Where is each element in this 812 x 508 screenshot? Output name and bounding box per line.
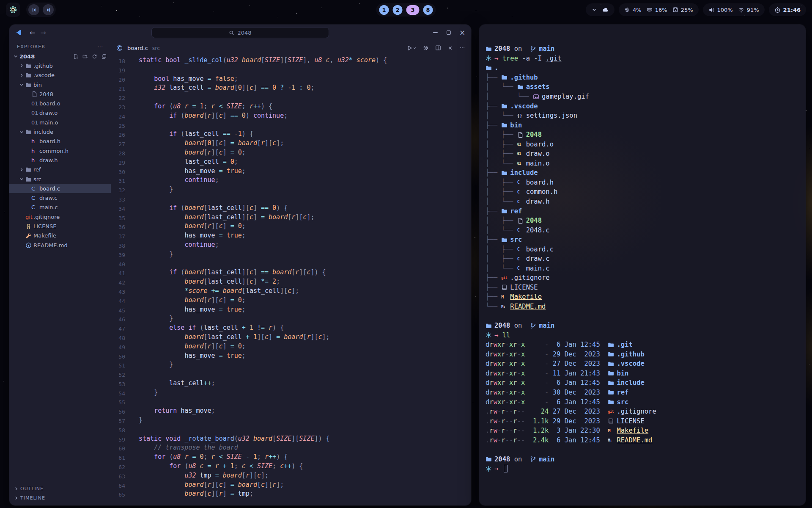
- line-number: 53: [111, 379, 125, 388]
- explorer-item-board.h[interactable]: hboard.h: [9, 137, 111, 146]
- line-number: 25: [111, 121, 125, 130]
- media-prev-button[interactable]: [28, 4, 39, 15]
- line-number: 51: [111, 360, 125, 370]
- tree-entry-.github: ├── .github: [486, 73, 799, 83]
- tree-entry-ref: ├── ref: [486, 206, 799, 216]
- code-line: 48 board[last_cell + 1][c] = board[r][c]…: [111, 333, 471, 342]
- tree-entry-common.h: │ ├── Ccommon.h: [486, 187, 799, 197]
- gear-icon: [624, 7, 630, 13]
- line-number: 18: [111, 56, 125, 65]
- terminal-prompt: 2048 on main: [486, 321, 799, 331]
- line-number: 42: [111, 277, 125, 287]
- timeline-section[interactable]: TIMELINE: [9, 494, 111, 503]
- code-line: 44 board[r][c] = 0;: [111, 296, 471, 305]
- code-line: 33: [111, 194, 471, 204]
- line-number: 50: [111, 351, 125, 361]
- collapse-all-icon[interactable]: [101, 54, 107, 59]
- line-number: 44: [111, 296, 125, 305]
- code-line: 24 if (board[r][c] == 0) continue;: [111, 111, 471, 121]
- explorer-root-folder[interactable]: 2048: [9, 52, 111, 61]
- code-line: 25: [111, 121, 471, 130]
- bin-icon: 01: [517, 161, 526, 166]
- line-number: 24: [111, 111, 125, 121]
- nav-forward-arrow[interactable]: →: [38, 29, 48, 37]
- ll-entry-LICENSE: .rw-r--r-- 1.1k 29 Dec 2023 LICENSE: [486, 416, 799, 426]
- folder-icon: [486, 456, 494, 462]
- maximize-button[interactable]: [446, 30, 452, 36]
- line-number: 41: [111, 268, 125, 277]
- folder-icon: [25, 82, 33, 88]
- code-editor[interactable]: 18static bool _slide_col(u32 board[SIZE]…: [111, 55, 471, 505]
- workspace-button-1[interactable]: 1: [379, 5, 389, 15]
- workspace-button-3[interactable]: 3: [406, 5, 420, 15]
- explorer-item-board.c[interactable]: Cboard.c: [9, 184, 111, 193]
- explorer-item-draw.o[interactable]: 01draw.o: [9, 108, 111, 118]
- line-number: 31: [111, 176, 125, 185]
- explorer-item-LICENSE[interactable]: LICENSE: [9, 221, 111, 231]
- explorer-item-common.h[interactable]: hcommon.h: [9, 146, 111, 155]
- media-next-button[interactable]: [43, 4, 54, 15]
- line-number: 56: [111, 406, 125, 416]
- chevron-down-icon: [13, 53, 19, 59]
- tree-entry-src: ├── src: [486, 235, 799, 245]
- explorer-item-.github[interactable]: .github: [9, 61, 111, 70]
- explorer-item-src[interactable]: src: [9, 174, 111, 184]
- new-folder-icon[interactable]: [82, 54, 88, 59]
- code-line: 20 bool has_move = false;: [111, 75, 471, 84]
- nix-snowflake-icon: [486, 55, 494, 61]
- terminal-window[interactable]: 2048 on main→ tree -a -I .git.├── .githu…: [479, 25, 806, 505]
- explorer-item-draw.c[interactable]: Cdraw.c: [9, 193, 111, 202]
- explorer-item-.gitignore[interactable]: git.gitignore: [9, 212, 111, 221]
- branch-icon: [530, 456, 539, 462]
- explorer-item-draw.h[interactable]: hdraw.h: [9, 155, 111, 165]
- explorer-item-main.o[interactable]: 01main.o: [9, 118, 111, 127]
- nav-back-arrow[interactable]: ←: [27, 29, 38, 37]
- code-line: 32 }: [111, 185, 471, 194]
- explorer-item-bin[interactable]: bin: [9, 80, 111, 89]
- command-center-search[interactable]: 2048: [151, 27, 329, 38]
- close-tab-icon[interactable]: [447, 45, 453, 51]
- line-number: 38: [111, 240, 125, 250]
- refresh-icon[interactable]: [92, 54, 97, 59]
- h-icon: h: [31, 138, 39, 144]
- explorer-item-include[interactable]: include: [9, 127, 111, 136]
- explorer-item-ref[interactable]: ref: [9, 165, 111, 174]
- workspace-button-8[interactable]: 8: [423, 5, 433, 15]
- workspace-button-2[interactable]: 2: [393, 5, 403, 15]
- tree-entry-assets: │ └── assets: [486, 82, 799, 92]
- code-line: 39 }: [111, 250, 471, 259]
- close-button[interactable]: ×: [459, 30, 465, 36]
- more-actions-icon[interactable]: [459, 45, 465, 51]
- run-file-button[interactable]: [406, 45, 417, 51]
- bin-icon: 01: [31, 119, 39, 126]
- line-number: 49: [111, 342, 125, 351]
- minimize-button[interactable]: [432, 30, 438, 36]
- explorer-item-.vscode[interactable]: .vscode: [9, 71, 111, 80]
- line-number: 59: [111, 434, 125, 444]
- line-number: 32: [111, 185, 125, 194]
- folder-icon: [501, 208, 510, 214]
- book-icon: [501, 284, 510, 290]
- explorer-item-README.md[interactable]: README.md: [9, 240, 111, 250]
- launcher-button[interactable]: [6, 3, 20, 17]
- explorer-more-icon[interactable]: ···: [98, 44, 104, 50]
- tab-board-c[interactable]: board.c: [127, 45, 148, 51]
- c-icon: C: [517, 257, 526, 261]
- tray-weather-module[interactable]: [586, 3, 614, 16]
- new-file-icon[interactable]: [73, 54, 79, 59]
- code-line: 45 has_move = true;: [111, 305, 471, 315]
- explorer-item-board.o[interactable]: 01board.o: [9, 99, 111, 108]
- terminal-prompt: 2048 on main: [486, 455, 799, 464]
- explorer-item-Makefile[interactable]: Makefile: [9, 231, 111, 240]
- settings-gear-icon[interactable]: [423, 45, 429, 51]
- editor-titlebar[interactable]: ← → 2048 ×: [9, 25, 471, 41]
- tree-entry-draw.h: │ └── Cdraw.h: [486, 197, 799, 207]
- explorer-item-main.c[interactable]: Cmain.c: [9, 203, 111, 212]
- line-number: 37: [111, 231, 125, 240]
- explorer-item-2048[interactable]: 2048: [9, 89, 111, 99]
- clock-icon: [774, 7, 781, 13]
- line-number: 64: [111, 480, 125, 490]
- outline-section[interactable]: OUTLINE: [9, 484, 111, 493]
- code-line: 21 i32 last_cell = board[0][c] == 0 ? -1…: [111, 83, 471, 93]
- split-editor-icon[interactable]: [435, 45, 441, 51]
